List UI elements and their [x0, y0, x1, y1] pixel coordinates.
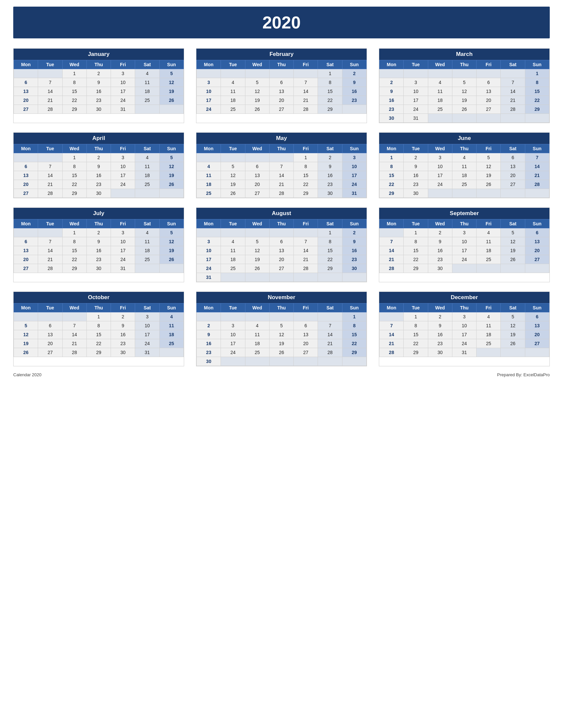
calendar-day: 3 — [404, 78, 428, 87]
calendar-day: 15 — [62, 87, 86, 96]
calendar-day: 15 — [404, 330, 428, 339]
calendar-day: 15 — [404, 246, 428, 255]
month-block-april: AprilMonTueWedThuFriSatSun12345678910111… — [13, 132, 184, 198]
calendar-day — [452, 114, 476, 123]
calendar-day: 19 — [452, 96, 476, 105]
weekday-header: Sat — [135, 144, 159, 153]
calendar-day: 7 — [269, 162, 294, 171]
calendar-day: 18 — [477, 330, 501, 339]
calendar-day: 29 — [318, 105, 342, 114]
calendar-day: 26 — [477, 180, 501, 189]
calendar-day: 9 — [86, 237, 111, 246]
calendar-day — [452, 189, 476, 198]
calendar-day: 24 — [342, 180, 366, 189]
weekday-header: Sat — [501, 60, 525, 69]
calendar-day: 15 — [318, 246, 342, 255]
calendar-day: 3 — [111, 228, 135, 237]
calendar-day: 13 — [525, 237, 549, 246]
calendar-day: 3 — [221, 321, 245, 330]
weekday-header: Sat — [501, 144, 525, 153]
weekday-header: Fri — [294, 60, 318, 69]
calendar-day: 21 — [380, 339, 404, 348]
calendar-day: 28 — [380, 348, 404, 357]
calendar-day: 4 — [221, 237, 245, 246]
calendar-day: 22 — [62, 180, 86, 189]
calendar-day: 31 — [452, 348, 476, 357]
calendar-day: 8 — [525, 78, 549, 87]
calendar-day: 16 — [111, 330, 135, 339]
calendar-day — [342, 273, 366, 282]
calendar-day: 28 — [38, 264, 62, 273]
calendar-day: 18 — [135, 87, 159, 96]
weekday-header: Tue — [221, 219, 245, 228]
calendar-day: 6 — [14, 162, 38, 171]
calendar-day: 4 — [135, 69, 159, 78]
calendar-day: 29 — [62, 189, 86, 198]
calendar-day: 29 — [318, 264, 342, 273]
calendar-day — [197, 69, 221, 78]
calendar-day: 14 — [62, 330, 86, 339]
calendar-day: 17 — [197, 255, 221, 264]
calendar-day — [111, 189, 135, 198]
calendar-day: 27 — [294, 348, 318, 357]
calendar-day: 12 — [269, 330, 294, 339]
weekday-header: Tue — [404, 144, 428, 153]
calendar-day: 20 — [269, 255, 294, 264]
calendar-day: 20 — [294, 339, 318, 348]
calendar-day — [269, 228, 294, 237]
calendar-day — [294, 69, 318, 78]
calendar-day: 9 — [380, 87, 404, 96]
calendar-day: 18 — [135, 171, 159, 180]
calendar-day: 8 — [404, 321, 428, 330]
calendar-day — [501, 189, 525, 198]
calendar-day: 2 — [404, 153, 428, 162]
calendar-day: 25 — [197, 189, 221, 198]
calendar-day: 25 — [428, 105, 452, 114]
calendar-day: 3 — [111, 69, 135, 78]
calendar-day: 20 — [14, 96, 38, 105]
weekday-header: Sun — [159, 219, 183, 228]
calendar-day: 1 — [62, 69, 86, 78]
calendar-day: 5 — [269, 321, 294, 330]
calendar-day: 16 — [86, 87, 111, 96]
calendar-day: 29 — [62, 264, 86, 273]
calendar-day: 26 — [159, 180, 183, 189]
month-table: MonTueWedThuFriSatSun1234567891011121314… — [379, 60, 549, 123]
calendar-day: 1 — [342, 312, 366, 321]
weekday-header: Wed — [245, 303, 269, 312]
calendar-day: 30 — [197, 357, 221, 366]
calendar-day: 30 — [86, 189, 111, 198]
calendar-day: 30 — [318, 189, 342, 198]
weekday-header: Mon — [197, 144, 221, 153]
calendar-day: 23 — [111, 339, 135, 348]
calendar-day: 23 — [404, 180, 428, 189]
calendar-day: 5 — [501, 228, 525, 237]
weekday-header: Wed — [428, 60, 452, 69]
calendar-day: 23 — [342, 255, 366, 264]
calendar-day: 22 — [404, 339, 428, 348]
calendar-day: 21 — [294, 255, 318, 264]
calendar-day: 4 — [477, 228, 501, 237]
calendar-day: 10 — [221, 330, 245, 339]
month-title: April — [14, 133, 184, 144]
calendar-day: 21 — [294, 96, 318, 105]
calendar-day — [197, 153, 221, 162]
calendar-day — [294, 228, 318, 237]
calendar-day — [294, 357, 318, 366]
calendar-day: 20 — [477, 96, 501, 105]
calendar-day — [245, 357, 269, 366]
calendar-day: 18 — [245, 339, 269, 348]
calendar-day: 18 — [428, 96, 452, 105]
month-block-march: MarchMonTueWedThuFriSatSun12345678910111… — [379, 48, 550, 123]
calendar-day: 9 — [318, 162, 342, 171]
calendar-day — [135, 264, 159, 273]
calendar-day: 19 — [159, 246, 183, 255]
calendar-day: 3 — [452, 228, 476, 237]
calendar-day — [14, 228, 38, 237]
calendar-day: 6 — [14, 237, 38, 246]
calendar-day: 22 — [380, 180, 404, 189]
month-table: MonTueWedThuFriSatSun1234567891011121314… — [14, 144, 184, 198]
calendar-day: 12 — [221, 171, 245, 180]
calendar-day — [501, 264, 525, 273]
calendar-day: 23 — [197, 348, 221, 357]
